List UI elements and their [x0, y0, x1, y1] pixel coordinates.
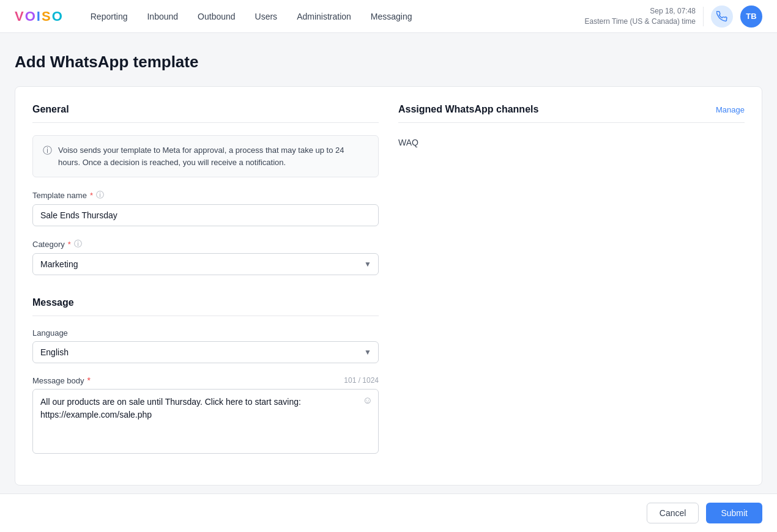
channel-item-waq: WAQ	[398, 135, 745, 150]
nav-messaging[interactable]: Messaging	[363, 8, 420, 25]
header: VOISO Reporting Inbound Outbound Users A…	[0, 0, 777, 33]
nav-inbound[interactable]: Inbound	[139, 8, 185, 25]
language-select[interactable]: English Spanish French German	[32, 341, 379, 363]
required-star: *	[90, 191, 93, 200]
emoji-icon: ☺	[363, 395, 373, 405]
card-layout: General ⓘ Voiso sends your template to M…	[32, 104, 745, 468]
main-card: General ⓘ Voiso sends your template to M…	[15, 86, 762, 486]
nav: Reporting Inbound Outbound Users Adminis…	[83, 8, 585, 25]
avatar[interactable]: TB	[740, 6, 762, 28]
message-body-textarea[interactable]: All our products are on sale until Thurs…	[32, 389, 379, 454]
info-box: ⓘ Voiso sends your template to Meta for …	[32, 135, 379, 177]
header-right: Sep 18, 07:48 Eastern Time (US & Canada)…	[585, 6, 762, 28]
message-body-label: Message body	[32, 376, 84, 385]
footer: Cancel Submit	[0, 493, 777, 532]
assigned-channels-header: Assigned WhatsApp channels Manage	[398, 104, 745, 123]
header-divider	[703, 7, 704, 26]
phone-icon	[716, 11, 727, 22]
message-body-label-row: Message body * 101 / 1024	[32, 375, 379, 385]
template-name-label: Template name * ⓘ	[32, 190, 379, 201]
logo-s: S	[42, 9, 52, 24]
language-label: Language	[32, 328, 379, 338]
logo-o1: O	[25, 9, 37, 24]
message-body-textarea-wrapper: All our products are on sale until Thurs…	[32, 389, 379, 456]
submit-button[interactable]: Submit	[706, 503, 762, 523]
category-info-icon: ⓘ	[74, 238, 82, 249]
general-section-title: General	[32, 104, 379, 123]
phone-button[interactable]	[711, 6, 733, 28]
left-column: General ⓘ Voiso sends your template to M…	[32, 104, 379, 468]
cancel-button[interactable]: Cancel	[647, 503, 699, 523]
language-group: Language English Spanish French German ▼	[32, 328, 379, 363]
message-body-required-star: *	[87, 375, 91, 385]
nav-reporting[interactable]: Reporting	[83, 8, 135, 25]
category-group: Category * ⓘ Marketing Utility Authentic…	[32, 238, 379, 275]
page-title: Add WhatsApp template	[15, 53, 762, 72]
channels-list: WAQ	[398, 135, 745, 150]
assigned-channels-title: Assigned WhatsApp channels	[398, 104, 538, 115]
message-section-title: Message	[32, 297, 379, 316]
nav-administration[interactable]: Administration	[289, 8, 359, 25]
nav-outbound[interactable]: Outbound	[190, 8, 243, 25]
language-select-wrapper: English Spanish French German ▼	[32, 341, 379, 363]
template-name-input[interactable]	[32, 204, 379, 226]
page-content: Add WhatsApp template General ⓘ Voiso se…	[0, 33, 777, 532]
message-section: Message Language English Spanish French …	[32, 292, 379, 456]
emoji-button[interactable]: ☺	[363, 395, 373, 406]
info-icon: ⓘ	[43, 145, 52, 168]
template-name-info-icon: ⓘ	[96, 190, 104, 201]
info-text: Voiso sends your template to Meta for ap…	[58, 144, 368, 168]
category-required-star: *	[68, 240, 71, 249]
category-select[interactable]: Marketing Utility Authentication	[32, 253, 379, 275]
logo-v: V	[15, 9, 25, 24]
message-body-group: Message body * 101 / 1024 All our produc…	[32, 375, 379, 456]
char-count: 101 / 1024	[344, 376, 379, 385]
header-time: Sep 18, 07:48 Eastern Time (US & Canada)…	[585, 6, 696, 27]
manage-link[interactable]: Manage	[716, 105, 745, 114]
right-column: Assigned WhatsApp channels Manage WAQ	[398, 104, 745, 468]
logo-o2: O	[52, 9, 64, 24]
nav-users[interactable]: Users	[248, 8, 285, 25]
category-select-wrapper: Marketing Utility Authentication ▼	[32, 253, 379, 275]
logo: VOISO	[15, 9, 64, 24]
template-name-group: Template name * ⓘ	[32, 190, 379, 226]
category-label: Category * ⓘ	[32, 238, 379, 249]
logo-i: I	[37, 9, 42, 24]
